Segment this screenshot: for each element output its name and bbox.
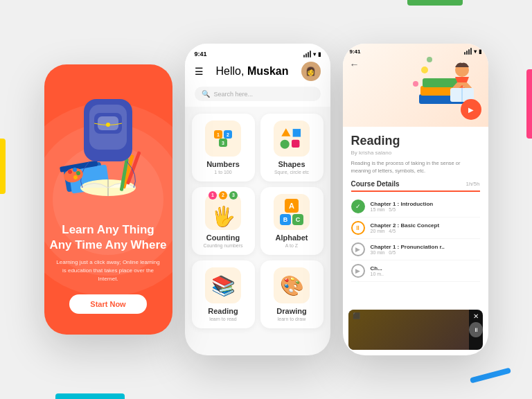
shapes-sub: Squre, circle etc bbox=[274, 170, 309, 175]
categories-grid: 1 2 3 Numbers 1 to 100 bbox=[185, 107, 330, 335]
svg-rect-21 bbox=[292, 140, 299, 148]
svg-point-12 bbox=[106, 123, 110, 127]
svg-point-30 bbox=[427, 57, 432, 62]
chapter-1-meta: 15 min 5/5 bbox=[371, 207, 480, 212]
alphabet-icon: A B C bbox=[274, 194, 310, 230]
category-alphabet[interactable]: A B C Alphabet A to Z bbox=[260, 187, 323, 255]
play-button[interactable]: ▶ bbox=[461, 99, 481, 120]
status-time: 9:41 bbox=[195, 51, 207, 57]
svg-marker-18 bbox=[281, 128, 290, 136]
video-pause-button[interactable]: ⏸ bbox=[469, 322, 483, 337]
home-nav: ☰ Hello, Muskan 👩 bbox=[195, 62, 321, 81]
wifi-icon: ▾ bbox=[313, 51, 316, 57]
chapter-4-info: Ch... 10 m.. bbox=[371, 265, 480, 276]
start-now-button[interactable]: Start Now bbox=[69, 294, 146, 314]
reading-icon: 📚 bbox=[205, 267, 241, 303]
chapter-4-play-icon: ▶ bbox=[351, 264, 365, 278]
chapter-1[interactable]: ✓ Chapter 1 : Introduction 15 min 5/5 bbox=[351, 196, 480, 218]
hand-icon: 🖐 bbox=[211, 205, 236, 228]
drawing-icon: 🎨 bbox=[274, 267, 310, 303]
svg-point-29 bbox=[413, 81, 418, 87]
alphabet-sub: A to Z bbox=[285, 243, 298, 248]
home-header: 9:41 ▾ ▮ ☰ Hello, Muskan bbox=[185, 44, 330, 107]
chapter-3-play-icon: ▶ bbox=[351, 242, 365, 256]
category-reading[interactable]: 📚 Reading learn to read bbox=[192, 260, 255, 328]
shapes-icon bbox=[274, 121, 310, 157]
detail-time: 9:41 bbox=[350, 48, 361, 55]
search-placeholder: Search here... bbox=[214, 91, 254, 98]
drawing-sub: learn to draw bbox=[278, 317, 305, 321]
splash-text: Learn Any Thing Any Time Any Where Learn… bbox=[44, 222, 172, 314]
greeting-text: Hello, Muskan bbox=[216, 65, 289, 78]
detail-author: By krisha salano bbox=[351, 150, 480, 156]
numbers-label: Numbers bbox=[206, 160, 240, 168]
category-counting[interactable]: 1 2 3 🖐 Counting Counting numbers bbox=[192, 187, 255, 255]
chapter-1-info: Chapter 1 : Introduction 15 min 5/5 bbox=[371, 201, 480, 212]
splash-subtitle: Learning just a click away; Online learn… bbox=[44, 258, 172, 283]
drawing-label: Drawing bbox=[276, 307, 306, 315]
signal-icon bbox=[303, 51, 311, 57]
chapter-3-meta: 30 min 0/5 bbox=[371, 250, 480, 255]
alphabet-label: Alphabet bbox=[275, 233, 308, 242]
category-numbers[interactable]: 1 2 3 Numbers 1 to 100 bbox=[192, 114, 255, 181]
chapter-3[interactable]: ▶ Chapter 1 : Pronunciation r.. 30 min 0… bbox=[351, 239, 480, 260]
numbers-sub: 1 to 100 bbox=[214, 170, 231, 175]
chapter-1-name: Chapter 1 : Introduction bbox=[371, 201, 480, 207]
svg-point-28 bbox=[421, 66, 428, 73]
phone-home: 9:41 ▾ ▮ ☰ Hello, Muskan bbox=[185, 44, 330, 355]
chapter-4-name: Ch... bbox=[371, 265, 480, 272]
category-drawing[interactable]: 🎨 Drawing learn to draw bbox=[260, 260, 323, 328]
course-details-header: Course Details 1h/5h bbox=[351, 180, 480, 192]
counting-label: Counting bbox=[206, 233, 240, 242]
chapter-4[interactable]: ▶ Ch... 10 m.. bbox=[351, 260, 480, 282]
course-details-label: Course Details bbox=[351, 180, 400, 188]
chapter-2[interactable]: ⏸ Chapter 2 : Basic Concept 20 min 4/5 bbox=[351, 218, 480, 239]
video-popup[interactable]: ⬛ ✕ ⏸ bbox=[348, 310, 483, 350]
status-icons: ▾ ▮ bbox=[303, 51, 321, 57]
back-button[interactable]: ← bbox=[350, 59, 360, 70]
chapter-3-info: Chapter 1 : Pronunciation r.. 30 min 0/5 bbox=[371, 244, 480, 255]
status-bar: 9:41 ▾ ▮ bbox=[195, 51, 321, 57]
detail-content: Reading By krisha salano Reading is the … bbox=[343, 127, 488, 289]
phone-detail: 9:41 ▾ ▮ ← bbox=[343, 44, 488, 355]
video-close-button[interactable]: ✕ bbox=[473, 312, 479, 320]
detail-description: Reading is the process of taking in the … bbox=[351, 160, 480, 175]
reading-label: Reading bbox=[208, 307, 238, 315]
chapter-4-meta: 10 m.. bbox=[371, 272, 480, 276]
detail-title: Reading bbox=[351, 134, 480, 148]
chapter-2-meta: 20 min 4/5 bbox=[371, 229, 480, 233]
phone-splash: Learn Any Thing Any Time Any Where Learn… bbox=[44, 64, 172, 335]
counting-sub: Counting numbers bbox=[203, 243, 242, 248]
screens-container: Learn Any Thing Any Time Any Where Learn… bbox=[0, 0, 532, 399]
svg-point-20 bbox=[281, 140, 290, 149]
svg-rect-19 bbox=[293, 129, 301, 136]
splash-illustration bbox=[56, 85, 160, 203]
battery-icon: ▮ bbox=[318, 51, 321, 57]
username: Muskan bbox=[247, 65, 289, 77]
backpack-svg bbox=[56, 85, 160, 203]
splash-title: Learn Any Thing Any Time Any Where bbox=[44, 222, 172, 253]
video-pip-icon: ⬛ bbox=[353, 312, 360, 319]
detail-header: 9:41 ▾ ▮ ← bbox=[343, 44, 488, 127]
shapes-label: Shapes bbox=[278, 160, 305, 168]
chapter-2-pause-icon: ⏸ bbox=[351, 221, 365, 235]
user-avatar[interactable]: 👩 bbox=[301, 62, 321, 81]
video-background bbox=[348, 310, 469, 350]
search-bar[interactable]: 🔍 Search here... bbox=[195, 87, 321, 101]
search-icon: 🔍 bbox=[202, 90, 210, 98]
chapter-1-done-icon: ✓ bbox=[351, 200, 365, 213]
episodes-label: 1h/5h bbox=[466, 181, 479, 187]
chapter-3-name: Chapter 1 : Pronunciation r.. bbox=[371, 244, 480, 250]
counting-icon: 1 2 3 🖐 bbox=[205, 194, 241, 230]
category-shapes[interactable]: Shapes Squre, circle etc bbox=[260, 114, 323, 181]
reading-sub: learn to read bbox=[209, 317, 236, 321]
chapter-2-name: Chapter 2 : Basic Concept bbox=[371, 222, 480, 229]
chapter-2-info: Chapter 2 : Basic Concept 20 min 4/5 bbox=[371, 222, 480, 233]
numbers-icon: 1 2 3 bbox=[205, 121, 241, 157]
hamburger-menu[interactable]: ☰ bbox=[195, 66, 204, 77]
